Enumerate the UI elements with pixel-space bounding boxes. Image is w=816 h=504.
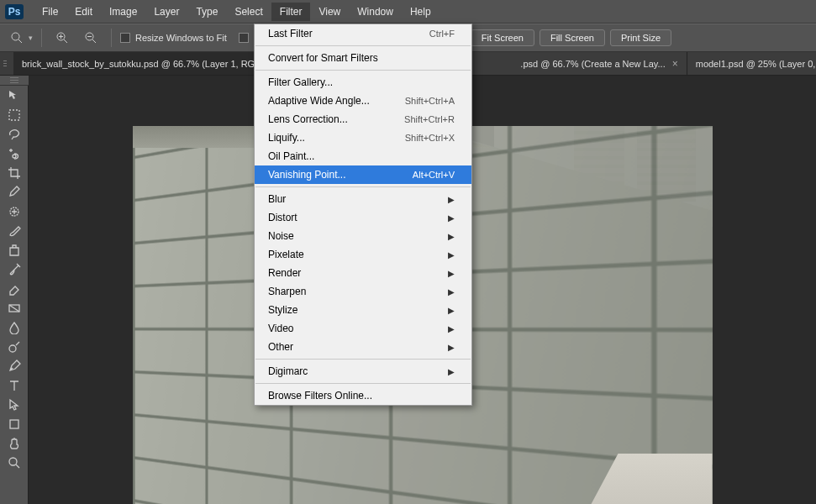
- tool-dodge[interactable]: [3, 338, 26, 356]
- menu-item-pixelate[interactable]: Pixelate▶: [255, 245, 471, 264]
- tool-type[interactable]: [3, 376, 26, 395]
- menu-item-oil-paint[interactable]: Oil Paint...: [255, 147, 471, 165]
- tab-grip-icon: [3, 52, 7, 75]
- tool-pen[interactable]: [3, 357, 26, 375]
- document-tab[interactable]: brick_wall_stock_by_sutokku.psd @ 66.7% …: [13, 52, 293, 75]
- menu-item-distort[interactable]: Distort▶: [255, 208, 471, 227]
- tool-path-select[interactable]: [3, 396, 26, 414]
- app-logo: Ps: [5, 4, 24, 19]
- submenu-arrow-icon: ▶: [448, 343, 455, 352]
- resize-windows-checkbox[interactable]: Resize Windows to Fit: [120, 33, 227, 43]
- menu-help[interactable]: Help: [402, 3, 440, 21]
- menu-item-filter-gallery[interactable]: Filter Gallery...: [255, 73, 471, 92]
- tools-panel: [0, 76, 29, 504]
- svg-line-7: [92, 39, 96, 43]
- zoom-in-icon[interactable]: [50, 29, 74, 47]
- tool-shape[interactable]: [3, 415, 26, 433]
- menu-item-lens-correction[interactable]: Lens Correction...Shift+Ctrl+R: [255, 110, 471, 129]
- tab-title: model1.psd @ 25% (Layer 0, RGB/...: [696, 59, 816, 69]
- tool-zoom[interactable]: [3, 454, 26, 472]
- document-tab[interactable]: model1.psd @ 25% (Layer 0, RGB/...×: [687, 52, 816, 75]
- tool-move[interactable]: [3, 87, 26, 105]
- tool-history-brush[interactable]: [3, 260, 26, 279]
- submenu-arrow-icon: ▶: [448, 195, 455, 204]
- menu-item-convert-for-smart-filters[interactable]: Convert for Smart Filters: [255, 49, 471, 67]
- menu-separator: [255, 383, 471, 384]
- tab-title: .psd @ 66.7% (Create a New Lay...: [520, 59, 665, 69]
- svg-rect-9: [9, 110, 19, 120]
- menu-item-browse-filters-online[interactable]: Browse Filters Online...: [255, 386, 471, 405]
- tool-marquee[interactable]: [3, 106, 26, 124]
- svg-point-0: [12, 33, 19, 40]
- submenu-arrow-icon: ▶: [448, 232, 455, 241]
- menu-separator: [255, 45, 471, 46]
- fit-screen-button[interactable]: Fit Screen: [471, 29, 534, 46]
- menu-item-vanishing-point[interactable]: Vanishing Point...Alt+Ctrl+V: [255, 165, 471, 184]
- svg-rect-14: [10, 420, 18, 428]
- menu-item-blur[interactable]: Blur▶: [255, 190, 471, 208]
- menu-item-liquify[interactable]: Liquify...Shift+Ctrl+X: [255, 129, 471, 147]
- menu-separator: [255, 70, 471, 71]
- menu-filter[interactable]: Filter: [271, 3, 311, 21]
- filter-menu-dropdown: Last FilterCtrl+FConvert for Smart Filte…: [254, 24, 472, 406]
- tool-eyedropper[interactable]: [3, 183, 26, 202]
- document-tab[interactable]: .psd @ 66.7% (Create a New Lay...×: [512, 52, 687, 75]
- tool-quick-select[interactable]: [3, 144, 26, 163]
- menu-item-noise[interactable]: Noise▶: [255, 227, 471, 245]
- svg-line-1: [18, 39, 22, 43]
- tool-clone[interactable]: [3, 241, 26, 260]
- tool-blur[interactable]: [3, 318, 26, 337]
- menu-item-last-filter[interactable]: Last FilterCtrl+F: [255, 24, 471, 43]
- tool-hand[interactable]: [3, 434, 26, 453]
- tool-crop[interactable]: [3, 164, 26, 182]
- tool-brush[interactable]: [3, 222, 26, 240]
- menu-separator: [255, 186, 471, 187]
- tool-gradient[interactable]: [3, 299, 26, 318]
- menu-item-render[interactable]: Render▶: [255, 264, 471, 282]
- menu-item-adaptive-wide-angle[interactable]: Adaptive Wide Angle...Shift+Ctrl+A: [255, 92, 471, 110]
- menu-separator: [255, 359, 471, 360]
- submenu-arrow-icon: ▶: [448, 287, 455, 297]
- close-icon[interactable]: ×: [672, 58, 678, 70]
- menu-item-digimarc[interactable]: Digimarc▶: [255, 362, 471, 381]
- menu-item-other[interactable]: Other▶: [255, 338, 471, 356]
- menu-view[interactable]: View: [310, 3, 349, 21]
- menubar: Ps FileEditImageLayerTypeSelectFilterVie…: [0, 0, 816, 24]
- menu-window[interactable]: Window: [349, 3, 402, 21]
- submenu-arrow-icon: ▶: [448, 269, 455, 278]
- submenu-arrow-icon: ▶: [448, 324, 455, 333]
- menu-file[interactable]: File: [34, 3, 66, 21]
- print-size-button[interactable]: Print Size: [610, 29, 671, 46]
- svg-point-10: [13, 155, 16, 158]
- tool-healing[interactable]: [3, 202, 26, 221]
- menu-item-stylize[interactable]: Stylize▶: [255, 301, 471, 319]
- submenu-arrow-icon: ▶: [448, 306, 455, 315]
- fill-screen-button[interactable]: Fill Screen: [540, 29, 605, 46]
- tab-title: brick_wall_stock_by_sutokku.psd @ 66.7% …: [22, 59, 271, 69]
- menu-select[interactable]: Select: [226, 3, 271, 21]
- tool-lasso[interactable]: [3, 125, 26, 144]
- menu-type[interactable]: Type: [187, 3, 226, 21]
- submenu-arrow-icon: ▶: [448, 367, 455, 376]
- svg-point-13: [9, 345, 16, 352]
- menu-image[interactable]: Image: [101, 3, 145, 21]
- menu-edit[interactable]: Edit: [66, 3, 101, 21]
- zoom-tool-indicator-icon: [5, 29, 29, 47]
- tool-eraser[interactable]: [3, 280, 26, 298]
- menu-item-sharpen[interactable]: Sharpen▶: [255, 282, 471, 301]
- svg-line-16: [16, 465, 19, 468]
- tools-grip-icon: [0, 76, 29, 86]
- zoom-out-icon[interactable]: [79, 29, 103, 47]
- submenu-arrow-icon: ▶: [448, 250, 455, 260]
- submenu-arrow-icon: ▶: [448, 213, 455, 223]
- svg-line-3: [64, 39, 67, 43]
- menu-item-video[interactable]: Video▶: [255, 319, 471, 338]
- dropdown-arrow-icon[interactable]: ▾: [29, 34, 33, 42]
- svg-point-15: [9, 458, 17, 465]
- menu-layer[interactable]: Layer: [145, 3, 187, 21]
